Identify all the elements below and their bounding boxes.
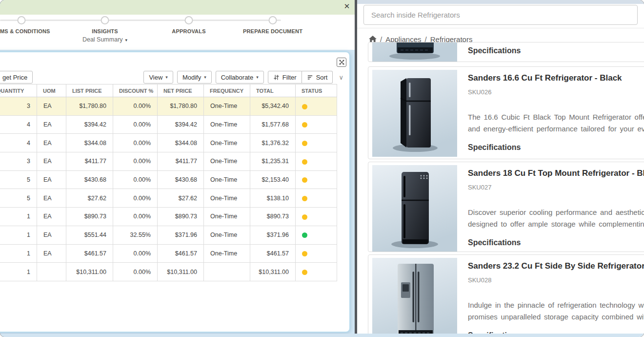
table-row[interactable]: 3EA$411.770.00%$411.77One-Time$1,235.31 — [0, 152, 337, 171]
cell-frequency: One-Time — [204, 244, 250, 263]
column-header[interactable]: UOM — [37, 84, 66, 97]
deal-summary-label: Deal Summary — [82, 36, 123, 43]
view-menu-button[interactable]: View▾ — [143, 71, 173, 84]
search-input[interactable] — [363, 5, 638, 25]
column-header[interactable]: DISCOUNT % — [113, 84, 158, 97]
cell-quantity: 5 — [0, 189, 37, 208]
cell-uom: EA — [37, 97, 66, 116]
cell-total: $138.10 — [250, 189, 296, 208]
window-title-bar — [0, 0, 355, 15]
collaborate-label: Collaborate — [221, 74, 254, 81]
step-dot-terms[interactable] — [18, 16, 26, 24]
status-dot — [302, 177, 307, 183]
product-image — [372, 70, 457, 157]
cell-uom: EA — [37, 226, 66, 244]
cell-list_price: $430.68 — [66, 170, 113, 189]
step-label-insights: INSIGHTS — [92, 28, 118, 34]
product-description: designed to offer ample storage while co… — [468, 220, 644, 228]
table-row[interactable]: 1EA$551.4432.55%$371.96One-Time$371.96 — [0, 226, 337, 244]
cell-status — [296, 134, 337, 152]
status-dot — [302, 122, 307, 127]
specifications-link[interactable]: Specifications — [468, 238, 521, 247]
cell-frequency: One-Time — [204, 189, 250, 208]
column-header[interactable]: NET PRICE — [158, 84, 204, 97]
column-header[interactable]: TOTAL — [250, 84, 296, 97]
filter-button[interactable]: Filter — [268, 71, 302, 84]
caret-down-icon: ▾ — [125, 38, 128, 42]
separator-line — [357, 28, 644, 28]
modify-menu-button[interactable]: Modify▾ — [177, 71, 212, 84]
status-dot — [302, 104, 307, 109]
cell-discount: 0.00% — [113, 189, 158, 208]
collaborate-menu-button[interactable]: Collaborate▾ — [216, 71, 264, 84]
cell-discount: 0.00% — [113, 170, 158, 189]
line-items-table: QUANTITYUOMLIST PRICEDISCOUNT %NET PRICE… — [0, 84, 337, 281]
step-dot-insights[interactable] — [101, 16, 109, 24]
product-card[interactable]: Sanders 23.2 Cu Ft Side By Side Refriger… — [368, 254, 644, 337]
cell-list_price: $1,780.80 — [66, 97, 113, 116]
product-card[interactable]: Sanders 18 Cu Ft Top Mount Refrigerator … — [368, 162, 644, 252]
cell-list_price: $411.77 — [66, 152, 113, 171]
table-row[interactable]: 1EA$461.570.00%$461.57One-Time$461.57 — [0, 244, 337, 263]
cell-list_price: $394.42 — [66, 115, 113, 134]
caret-down-icon: ▾ — [204, 75, 206, 80]
resize-icon[interactable] — [337, 58, 346, 67]
table-row[interactable]: 3EA$1,780.800.00%$1,780.80One-Time$5,342… — [0, 97, 337, 116]
cell-total: $461.57 — [250, 244, 296, 263]
window-bottom-edge — [0, 334, 644, 337]
cell-net_price: $411.77 — [158, 152, 204, 171]
filter-label: Filter — [282, 74, 297, 81]
cell-discount: 0.00% — [113, 244, 158, 263]
cell-uom: EA — [37, 134, 66, 152]
cell-frequency: One-Time — [204, 134, 250, 152]
table-row[interactable]: 5EA$430.680.00%$430.68One-Time$2,153.40 — [0, 170, 337, 189]
cell-discount: 0.00% — [113, 152, 158, 171]
quote-window: ✕ TERMS & CONDITIONS INSIGHTS APPROVALS … — [0, 0, 355, 337]
product-card[interactable]: Sanders 16.6 Cu Ft Refrigerator - Black … — [368, 66, 644, 159]
product-image — [372, 42, 457, 62]
cell-uom: EA — [37, 115, 66, 134]
cell-list_price: $10,311.00 — [66, 263, 113, 281]
cell-status — [296, 115, 337, 134]
cell-discount: 0.00% — [113, 134, 158, 152]
specifications-link[interactable]: Specifications — [468, 46, 521, 55]
status-dot — [302, 270, 307, 275]
table-row[interactable]: 1$10,311.000.00%$10,311.00$10,311.00 — [0, 263, 337, 281]
cell-net_price: $27.62 — [158, 189, 204, 208]
chevron-down-icon[interactable]: ∨ — [337, 74, 345, 81]
product-card-partial[interactable]: Specifications — [368, 42, 644, 62]
product-description: and energy-efficient performance tailore… — [468, 125, 644, 133]
cell-uom: EA — [37, 170, 66, 189]
table-row[interactable]: 4EA$344.080.00%$344.08One-Time$1,376.32 — [0, 134, 337, 152]
cell-uom — [37, 263, 66, 281]
column-header[interactable]: FREQUENCY — [204, 84, 250, 97]
cell-quantity: 1 — [0, 208, 37, 226]
workflow-stepper: TERMS & CONDITIONS INSIGHTS APPROVALS PR… — [0, 15, 355, 50]
table-row[interactable]: 1EA$890.730.00%$890.73One-Time$890.73 — [0, 208, 337, 226]
table-header-row: QUANTITYUOMLIST PRICEDISCOUNT %NET PRICE… — [0, 84, 337, 97]
product-sku: SKU026 — [468, 88, 491, 96]
deal-summary-dropdown[interactable]: Deal Summary▾ — [82, 36, 127, 43]
step-dot-approvals[interactable] — [185, 16, 193, 24]
specifications-link[interactable]: Specifications — [468, 143, 521, 152]
sort-button[interactable]: Sort — [302, 71, 333, 84]
cell-list_price: $551.44 — [66, 226, 113, 244]
cell-net_price: $430.68 — [158, 170, 204, 189]
step-dot-prepare-document[interactable] — [269, 16, 277, 24]
filter-sliders-icon — [273, 74, 280, 81]
cell-total: $5,342.40 — [250, 97, 296, 116]
target-price-button[interactable]: get Price — [0, 71, 33, 84]
cell-total: $1,577.68 — [250, 115, 296, 134]
table-row[interactable]: 4EA$394.420.00%$394.42One-Time$1,577.68 — [0, 115, 337, 134]
product-title: Sanders 16.6 Cu Ft Refrigerator - Black — [468, 73, 622, 83]
step-label-terms: TERMS & CONDITIONS — [0, 28, 50, 34]
sort-label: Sort — [316, 74, 328, 81]
close-icon[interactable]: ✕ — [342, 1, 352, 12]
cell-discount: 32.55% — [113, 226, 158, 244]
column-header[interactable]: LIST PRICE — [66, 84, 113, 97]
column-header[interactable]: QUANTITY — [0, 84, 37, 97]
cell-list_price: $461.57 — [66, 244, 113, 263]
table-row[interactable]: 5EA$27.620.00%$27.62One-Time$138.10 — [0, 189, 337, 208]
column-header[interactable]: STATUS — [296, 84, 337, 97]
cell-discount: 0.00% — [113, 115, 158, 134]
